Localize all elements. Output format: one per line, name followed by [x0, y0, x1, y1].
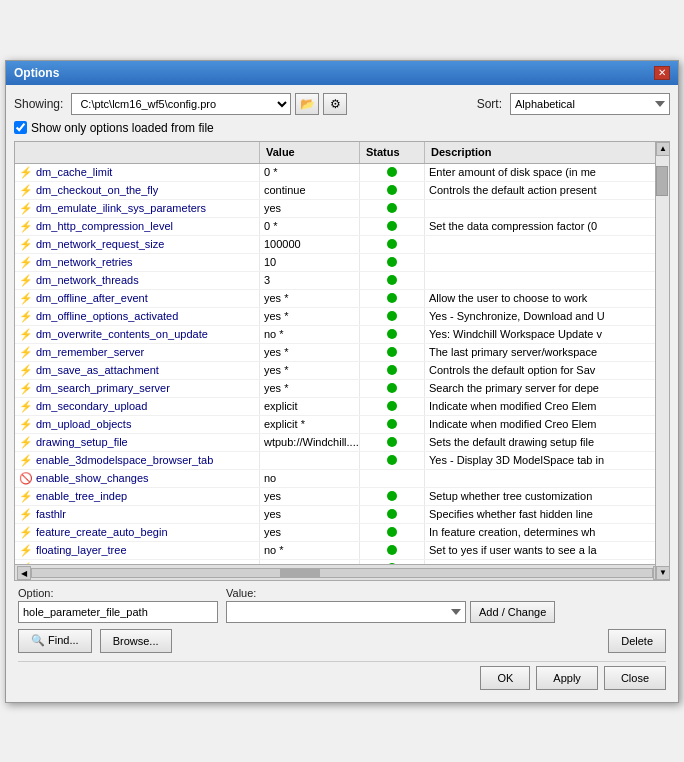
table-row[interactable]: ⚡ enable_3dmodelspace_browser_tab Yes - … — [15, 452, 669, 470]
table-row[interactable]: ⚡ floating_layer_tree no * Set to yes if… — [15, 542, 669, 560]
lightning-icon: ⚡ — [19, 238, 33, 251]
v-scroll-thumb[interactable] — [656, 166, 668, 196]
sort-select[interactable]: AlphabeticalBy Category — [510, 93, 670, 115]
value-cell: no — [260, 470, 360, 487]
name-cell: ⚡ floating_layer_tree — [15, 542, 260, 559]
ok-button[interactable]: OK — [480, 666, 530, 690]
option-input[interactable] — [18, 601, 218, 623]
name-cell: ⚡ feature_create_auto_begin — [15, 524, 260, 541]
table-row[interactable]: 🚫 enable_show_changes no — [15, 470, 669, 488]
name-cell: ⚡ dm_network_threads — [15, 272, 260, 289]
status-cell — [360, 182, 425, 199]
scroll-down-btn[interactable]: ▼ — [656, 566, 670, 580]
name-cell: ⚡ dm_offline_after_event — [15, 290, 260, 307]
status-cell — [360, 164, 425, 181]
special-icon: ⚡ — [19, 436, 33, 449]
horizontal-scrollbar[interactable]: ◀ ▶ — [15, 564, 669, 581]
status-dot — [387, 275, 397, 285]
status-dot — [387, 293, 397, 303]
table-row[interactable]: ⚡ dm_checkout_on_the_fly continue Contro… — [15, 182, 669, 200]
h-scroll-track[interactable] — [31, 568, 653, 578]
table-row[interactable]: ⚡ dm_secondary_upload explicit Indicate … — [15, 398, 669, 416]
status-dot — [387, 221, 397, 231]
show-only-checkbox[interactable] — [14, 121, 27, 134]
value-cell: yes — [260, 560, 360, 564]
name-cell: ⚡ drawing_setup_file — [15, 434, 260, 451]
table-row[interactable]: ⚡ dm_upload_objects explicit * Indicate … — [15, 416, 669, 434]
h-scroll-thumb[interactable] — [280, 569, 320, 577]
table-row[interactable]: ⚡ dm_emulate_ilink_sys_parameters yes — [15, 200, 669, 218]
name-cell: ⚡ dm_upload_objects — [15, 416, 260, 433]
name-cell: ⚡ dm_save_as_attachment — [15, 362, 260, 379]
table-row[interactable]: ⚡ dm_offline_options_activated yes * Yes… — [15, 308, 669, 326]
value-cell: explicit — [260, 398, 360, 415]
file-path-select[interactable]: C:\ptc\lcm16_wf5\config.pro — [71, 93, 291, 115]
table-row[interactable]: ⚡ drawing_setup_file wtpub://Windchill..… — [15, 434, 669, 452]
description-cell — [425, 254, 669, 271]
description-cell — [425, 236, 669, 253]
option-name: dm_offline_options_activated — [36, 310, 178, 322]
scroll-up-btn[interactable]: ▲ — [656, 142, 670, 156]
table-row[interactable]: ⚡ dm_cache_limit 0 * Enter amount of dis… — [15, 164, 669, 182]
find-button[interactable]: 🔍 Find... — [18, 629, 92, 653]
table-row[interactable]: ⚡ dm_http_compression_level 0 * Set the … — [15, 218, 669, 236]
option-name: feature_create_auto_begin — [36, 526, 168, 538]
description-cell: In feature creation, determines wh — [425, 524, 669, 541]
table-row[interactable]: ⚡ dm_offline_after_event yes * Allow the… — [15, 290, 669, 308]
table-row[interactable]: ⚡ dm_network_retries 10 — [15, 254, 669, 272]
lightning-icon: ⚡ — [19, 274, 33, 287]
description-cell: Controls the default action present — [425, 182, 669, 199]
status-dot — [387, 545, 397, 555]
option-name: dm_remember_server — [36, 346, 144, 358]
status-cell — [360, 398, 425, 415]
table-row[interactable]: ⚡ dm_remember_server yes * The last prim… — [15, 344, 669, 362]
table-row[interactable]: ⚡ feature_create_auto_begin yes In featu… — [15, 524, 669, 542]
v-scroll-track[interactable] — [656, 156, 669, 566]
table-row[interactable]: ⚡ force_new_file_options_dialog yes Forc… — [15, 560, 669, 564]
option-name: dm_search_primary_server — [36, 382, 170, 394]
option-name: dm_secondary_upload — [36, 400, 147, 412]
status-dot — [387, 167, 397, 177]
table-row[interactable]: ⚡ dm_network_request_size 100000 — [15, 236, 669, 254]
open-folder-button[interactable]: 📂 — [295, 93, 319, 115]
status-cell — [360, 200, 425, 217]
lightning-icon: ⚡ — [19, 328, 33, 341]
value-select[interactable] — [226, 601, 466, 623]
option-name: drawing_setup_file — [36, 436, 128, 448]
add-change-button[interactable]: Add / Change — [470, 601, 555, 623]
status-dot — [387, 401, 397, 411]
option-field-group: Option: — [18, 587, 218, 623]
close-button[interactable]: Close — [604, 666, 666, 690]
name-cell: ⚡ dm_search_primary_server — [15, 380, 260, 397]
lightning-icon: ⚡ — [19, 418, 33, 431]
scroll-left-btn[interactable]: ◀ — [17, 566, 31, 580]
description-cell: Set the data compression factor (0 — [425, 218, 669, 235]
table-row[interactable]: ⚡ dm_network_threads 3 — [15, 272, 669, 290]
status-cell — [360, 218, 425, 235]
apply-button[interactable]: Apply — [536, 666, 598, 690]
lightning-icon: ⚡ — [19, 166, 33, 179]
close-icon[interactable]: ✕ — [654, 66, 670, 80]
refresh-button[interactable]: ⚙ — [323, 93, 347, 115]
status-dot — [387, 311, 397, 321]
table-row[interactable]: ⚡ enable_tree_indep yes Setup whether tr… — [15, 488, 669, 506]
option-name: dm_save_as_attachment — [36, 364, 159, 376]
lightning-icon: ⚡ — [19, 544, 33, 557]
table-row[interactable]: ⚡ dm_search_primary_server yes * Search … — [15, 380, 669, 398]
description-cell: Indicate when modified Creo Elem — [425, 416, 669, 433]
value-cell: yes — [260, 200, 360, 217]
vertical-scrollbar[interactable]: ▲ ▼ — [655, 142, 669, 580]
browse-button[interactable]: Browse... — [100, 629, 172, 653]
name-cell: ⚡ dm_remember_server — [15, 344, 260, 361]
table-row[interactable]: ⚡ dm_save_as_attachment yes * Controls t… — [15, 362, 669, 380]
table-row[interactable]: ⚡ dm_overwrite_contents_on_update no * Y… — [15, 326, 669, 344]
value-cell: wtpub://Windchill.... — [260, 434, 360, 451]
description-cell: Specifies whether fast hidden line — [425, 506, 669, 523]
status-dot — [387, 455, 397, 465]
description-cell: Set to yes if user wants to see a la — [425, 542, 669, 559]
description-cell: Force the use of the New File Opt — [425, 560, 669, 564]
status-cell — [360, 470, 425, 487]
delete-button[interactable]: Delete — [608, 629, 666, 653]
status-dot — [387, 527, 397, 537]
table-row[interactable]: ⚡ fasthlr yes Specifies whether fast hid… — [15, 506, 669, 524]
